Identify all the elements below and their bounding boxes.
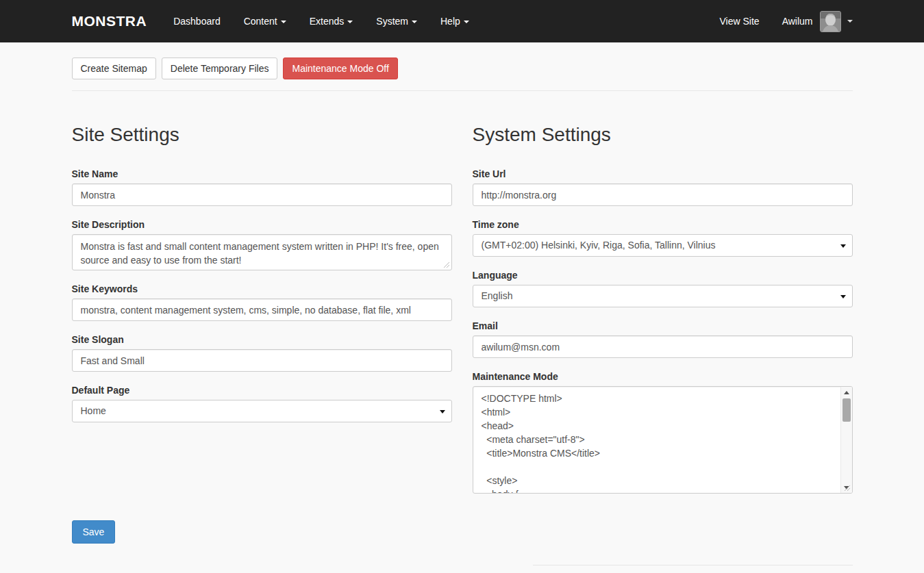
- site-keywords-group: Site Keywords: [72, 283, 452, 321]
- nav-item-label: Extends: [310, 16, 345, 27]
- select-caret-icon: [840, 244, 846, 248]
- resize-grip-icon[interactable]: [443, 262, 450, 268]
- email-group: Email: [473, 320, 853, 358]
- site-name-label: Site Name: [72, 168, 452, 179]
- user-name: Awilum: [782, 16, 813, 27]
- chevron-down-icon: [464, 21, 469, 23]
- page-footer: Official Support Forum / Documentation /…: [533, 565, 852, 573]
- site-url-group: Site Url: [473, 168, 853, 206]
- email-label: Email: [473, 320, 853, 331]
- site-slogan-input[interactable]: [72, 349, 452, 372]
- nav-item-label: System: [376, 16, 408, 27]
- select-caret-icon: [440, 410, 445, 413]
- nav-item-label: Dashboard: [173, 16, 221, 27]
- nav-item-dashboard[interactable]: Dashboard: [162, 9, 232, 34]
- site-slogan-group: Site Slogan: [72, 334, 452, 372]
- create-sitemap-button[interactable]: Create Sitemap: [72, 58, 156, 79]
- nav-item-help[interactable]: Help: [429, 9, 481, 34]
- timezone-select[interactable]: (GMT+02:00) Helsinki, Kyiv, Riga, Sofia,…: [473, 234, 853, 257]
- site-url-label: Site Url: [473, 168, 853, 179]
- site-description-label: Site Description: [72, 219, 452, 230]
- navbar-right: View Site Awilum: [710, 9, 853, 34]
- user-menu[interactable]: Awilum: [782, 11, 853, 32]
- save-button[interactable]: Save: [72, 520, 116, 544]
- maintenance-mode-textarea[interactable]: <!DOCTYPE html> <html> <head> <meta char…: [473, 386, 853, 494]
- settings-columns: Site Settings Site Name Site Description…: [72, 91, 853, 507]
- system-settings-column: System Settings Site Url Time zone (GMT+…: [473, 91, 853, 507]
- nav-item-label: Help: [440, 16, 460, 27]
- site-keywords-label: Site Keywords: [72, 283, 452, 294]
- site-name-group: Site Name: [72, 168, 452, 206]
- save-row: Save: [72, 520, 853, 544]
- nav-item-content[interactable]: Content: [232, 9, 298, 34]
- language-select[interactable]: English: [473, 285, 853, 307]
- nav-item-label: Content: [244, 16, 277, 27]
- language-group: Language English: [473, 270, 853, 307]
- site-settings-column: Site Settings Site Name Site Description…: [72, 91, 452, 507]
- scroll-up-icon[interactable]: [841, 387, 852, 398]
- default-page-selected-value: Home: [81, 405, 106, 416]
- resize-grip-icon[interactable]: [844, 485, 851, 492]
- site-description-text: Monstra is fast and small content manage…: [73, 235, 451, 270]
- site-url-input[interactable]: [473, 183, 853, 206]
- chevron-down-icon: [847, 20, 853, 23]
- default-page-group: Default Page Home: [72, 385, 452, 422]
- chevron-down-icon: [347, 21, 353, 23]
- avatar-image: [820, 11, 841, 32]
- maintenance-mode-off-button[interactable]: Maintenance Mode Off: [283, 58, 397, 79]
- chevron-down-icon: [412, 21, 417, 23]
- main-nav: Dashboard Content Extends System Help: [162, 9, 481, 34]
- maintenance-mode-group: Maintenance Mode <!DOCTYPE html> <html> …: [473, 371, 853, 494]
- language-selected-value: English: [482, 290, 513, 301]
- top-navbar: MONSTRA Dashboard Content Extends System…: [0, 0, 924, 42]
- maintenance-mode-code: <!DOCTYPE html> <html> <head> <meta char…: [473, 387, 852, 494]
- brand-logo[interactable]: MONSTRA: [72, 13, 147, 29]
- site-name-input[interactable]: [72, 183, 452, 206]
- email-input[interactable]: [473, 335, 853, 358]
- footer-row: Official Support Forum / Documentation /…: [72, 565, 853, 573]
- default-page-select[interactable]: Home: [72, 400, 452, 422]
- site-keywords-input[interactable]: [72, 298, 452, 321]
- actions-toolbar: Create Sitemap Delete Temporary Files Ma…: [72, 58, 853, 79]
- site-slogan-label: Site Slogan: [72, 334, 452, 345]
- site-settings-title: Site Settings: [72, 124, 452, 146]
- timezone-selected-value: (GMT+02:00) Helsinki, Kyiv, Riga, Sofia,…: [482, 240, 716, 251]
- default-page-label: Default Page: [72, 385, 452, 396]
- select-caret-icon: [840, 295, 846, 298]
- chevron-down-icon: [281, 21, 286, 23]
- site-description-group: Site Description Monstra is fast and sma…: [72, 219, 452, 270]
- timezone-label: Time zone: [473, 219, 853, 230]
- system-settings-title: System Settings: [473, 124, 853, 146]
- site-description-textarea[interactable]: Monstra is fast and small content manage…: [72, 234, 452, 270]
- view-site-link[interactable]: View Site: [710, 9, 770, 34]
- textarea-scrollbar: [840, 387, 852, 493]
- delete-temporary-files-button[interactable]: Delete Temporary Files: [162, 58, 278, 79]
- nav-item-extends[interactable]: Extends: [298, 9, 365, 34]
- maintenance-mode-label: Maintenance Mode: [473, 371, 853, 382]
- nav-item-system[interactable]: System: [364, 9, 429, 34]
- timezone-group: Time zone (GMT+02:00) Helsinki, Kyiv, Ri…: [473, 219, 853, 257]
- language-label: Language: [473, 270, 853, 281]
- scrollbar-thumb[interactable]: [842, 398, 851, 422]
